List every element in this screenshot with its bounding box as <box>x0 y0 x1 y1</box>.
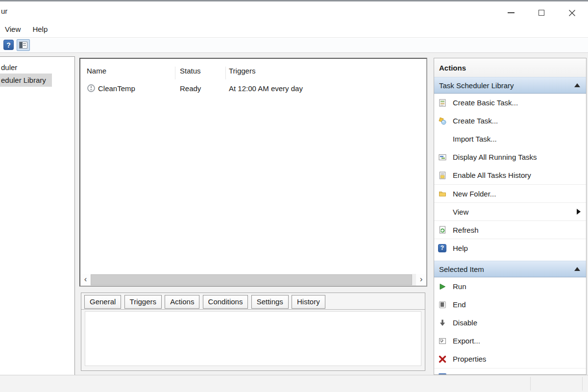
action-display-all-running-tasks[interactable]: Display All Running Tasks <box>434 148 586 166</box>
tab-actions[interactable]: Actions <box>165 295 199 309</box>
column-separator[interactable] <box>175 67 175 79</box>
tab-content-area <box>85 311 421 366</box>
console-tree-panel: duler eduler Library <box>0 56 75 375</box>
create-basic-task-icon <box>438 98 446 107</box>
task-clock-icon <box>87 84 96 93</box>
section-header-task-scheduler-library[interactable]: Task Scheduler Library <box>434 77 586 94</box>
action-delete[interactable]: Delete <box>434 368 586 375</box>
tab-history[interactable]: History <box>292 295 325 309</box>
action-disable[interactable]: Disable <box>434 314 586 332</box>
title-bar: ur <box>0 1 588 22</box>
chevron-right-icon: › <box>420 274 423 284</box>
create-task-icon <box>438 117 446 125</box>
tab-baseline <box>81 309 425 310</box>
menu-item-view[interactable]: View <box>0 22 25 37</box>
toolbar: ? <box>0 38 588 53</box>
console-tree-toggle-button[interactable] <box>17 39 30 51</box>
action-label: Display All Running Tasks <box>453 153 537 161</box>
section-header-label: Selected Item <box>439 265 484 273</box>
detail-tab-strip: General Triggers Actions Conditions Sett… <box>84 295 326 309</box>
help-icon: ? <box>6 41 11 49</box>
submenu-arrow-icon <box>577 209 581 215</box>
tab-triggers[interactable]: Triggers <box>124 295 162 309</box>
tab-conditions[interactable]: Conditions <box>203 295 248 309</box>
window-title: ur <box>1 7 7 15</box>
column-header-triggers[interactable]: Triggers <box>229 67 255 75</box>
minimize-button[interactable] <box>503 6 519 19</box>
action-label: Enable All Tasks History <box>453 171 531 179</box>
action-run[interactable]: Run <box>434 277 586 295</box>
column-header-status[interactable]: Status <box>180 67 201 75</box>
export-icon <box>438 337 446 345</box>
new-folder-icon <box>438 190 446 198</box>
tab-settings[interactable]: Settings <box>251 295 289 309</box>
horizontal-scrollbar[interactable]: ‹ › <box>80 274 426 286</box>
action-import-task[interactable]: Import Task... <box>434 130 586 148</box>
close-button[interactable] <box>564 6 580 19</box>
action-label: Properties <box>453 355 486 363</box>
action-label: Refresh <box>453 226 479 234</box>
action-end[interactable]: End <box>434 295 586 314</box>
actions-pane: Actions Task Scheduler Library Create Ba… <box>434 58 587 375</box>
no-icon <box>438 208 446 216</box>
action-create-task[interactable]: Create Task... <box>434 112 586 130</box>
task-row[interactable]: CleanTemp Ready At 12:00 AM every day <box>80 82 426 96</box>
task-triggers-cell: At 12:00 AM every day <box>229 84 303 93</box>
scroll-right-button[interactable]: › <box>416 274 426 286</box>
menu-item-help[interactable]: Help <box>27 22 52 37</box>
help-icon: ? <box>438 244 446 252</box>
scrollbar-thumb[interactable] <box>91 274 412 285</box>
action-label: End <box>453 300 466 309</box>
disable-icon <box>438 318 446 327</box>
tasks-history-icon <box>438 171 446 179</box>
action-label: Export... <box>453 337 480 345</box>
action-label: New Folder... <box>453 190 496 198</box>
help-glyph: ? <box>441 245 444 251</box>
run-icon <box>438 282 446 291</box>
help-toolbar-button[interactable]: ? <box>3 40 14 50</box>
action-label: Run <box>453 282 466 291</box>
refresh-icon <box>438 226 446 234</box>
end-icon <box>438 300 446 309</box>
minimize-icon <box>508 12 514 13</box>
section-header-label: Task Scheduler Library <box>439 81 514 90</box>
maximize-button[interactable] <box>533 6 550 19</box>
task-scheduler-window: ur View Help ? duler eduler Library <box>0 0 588 392</box>
action-help[interactable]: ? Help <box>434 239 586 257</box>
scroll-left-button[interactable]: ‹ <box>80 274 91 286</box>
action-label: Create Basic Task... <box>453 98 518 107</box>
task-detail-panel: General Triggers Actions Conditions Sett… <box>81 293 425 371</box>
status-bar <box>0 375 588 392</box>
panel-layout-icon <box>19 42 27 49</box>
maximize-icon <box>539 10 544 16</box>
action-new-folder[interactable]: New Folder... <box>434 184 586 202</box>
close-icon <box>568 9 576 17</box>
action-label: Create Task... <box>453 117 498 125</box>
chevron-up-icon <box>574 267 580 271</box>
chevron-left-icon: ‹ <box>84 274 87 284</box>
running-tasks-icon <box>438 153 446 161</box>
status-bar-divider <box>530 377 531 391</box>
action-label: Import Task... <box>453 135 497 143</box>
column-separator[interactable] <box>225 67 226 79</box>
actions-pane-title: Actions <box>434 58 586 77</box>
tab-general[interactable]: General <box>84 295 121 309</box>
column-header-name[interactable]: Name <box>87 67 106 75</box>
section-header-selected-item[interactable]: Selected Item <box>434 261 586 277</box>
tree-item-task-scheduler-library[interactable]: eduler Library <box>0 74 52 87</box>
task-name-cell: CleanTemp <box>98 84 135 93</box>
tree-item-task-scheduler[interactable]: duler <box>0 61 17 74</box>
action-view[interactable]: View <box>434 202 586 220</box>
action-properties[interactable]: Properties <box>434 350 586 368</box>
menu-bar: View Help <box>0 22 588 38</box>
action-label: Disable <box>453 318 477 327</box>
action-create-basic-task[interactable]: Create Basic Task... <box>434 94 586 112</box>
chevron-up-icon <box>574 83 580 87</box>
action-label: View <box>453 208 468 216</box>
red-x-icon <box>438 355 446 363</box>
action-export[interactable]: Export... <box>434 332 586 350</box>
action-enable-all-tasks-history[interactable]: Enable All Tasks History <box>434 166 586 184</box>
no-icon <box>438 135 446 143</box>
action-label: Help <box>453 244 468 252</box>
action-refresh[interactable]: Refresh <box>434 220 586 239</box>
